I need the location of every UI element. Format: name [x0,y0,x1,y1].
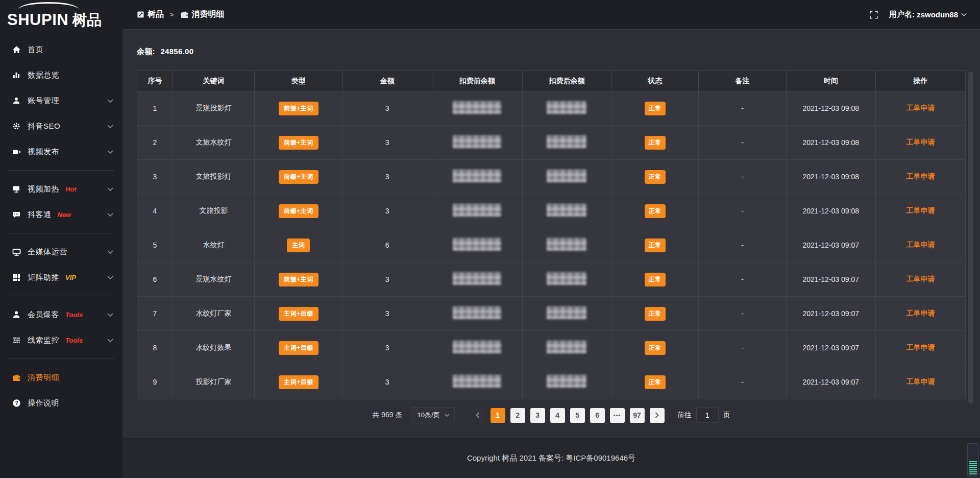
chat-icon [11,210,21,219]
chevron-down-icon [107,313,113,317]
time-cell: 2021-12-03 09:07 [786,365,875,399]
brand-logo[interactable]: SHUPIN 树品 [0,0,122,32]
gear-icon [11,122,21,130]
sidebar-item-label: 线索监控 [28,336,59,345]
sidebar-item-data-overview[interactable]: 数据总览 [0,62,122,88]
prev-page-button[interactable] [471,408,485,423]
note-cell: - [699,126,786,160]
page-button-5[interactable]: 5 [570,408,585,423]
type-cell: 前缀+主词 [255,262,342,297]
status-cell: 正常 [611,365,699,399]
sidebar-item-operation-instructions[interactable]: ?操作说明 [0,390,122,416]
note-cell: - [699,228,786,262]
page-button-2[interactable]: 2 [510,408,525,423]
pre-balance-cell [432,194,522,228]
breadcrumb: 树品>消费明细 [137,9,225,20]
amount-cell: 3 [342,297,432,331]
table-row: 9投影灯厂家主词+后缀3正常-2021-12-03 09:07工单申请 [137,365,966,399]
post-balance-cell [522,160,611,194]
blurred-value [547,204,586,217]
sidebar-item-label: 全媒体运营 [28,247,67,257]
type-badge: 主词+后缀 [279,375,318,389]
user-menu[interactable]: 用户名: zswodun88 [889,10,967,19]
balance-value: 24856.00 [160,47,193,56]
blurred-value [453,341,501,353]
column-header: 关键词 [173,71,255,91]
logo-text-cn: 树品 [72,13,102,28]
work-order-link[interactable]: 工单申请 [906,138,935,146]
sidebar-item-account-management[interactable]: 账号管理 [0,88,122,113]
page-size-select[interactable]: 10条/页 [411,407,455,423]
type-cell: 前缀+主词 [255,194,342,228]
sidebar-item-member-baoke[interactable]: 会员爆客Tools [0,302,122,327]
type-cell: 主词 [255,228,342,262]
amount-cell: 3 [342,91,432,126]
action-cell: 工单申请 [875,262,965,297]
corner-widget [967,443,979,477]
consumption-table: 序号关键词类型金额扣费前余额扣费后余额状态备注时间操作 1景观投影灯前缀+主词3… [137,70,966,399]
amount-cell: 3 [342,160,432,194]
monitor-icon [11,248,21,256]
work-order-link[interactable]: 工单申请 [906,104,935,112]
action-cell: 工单申请 [875,228,965,262]
type-cell: 前缀+主词 [255,126,342,160]
goto-page-input[interactable] [696,408,719,423]
column-header: 备注 [699,71,786,91]
page-button-4[interactable]: 4 [550,408,565,423]
blurred-value [453,306,501,319]
blurred-value [547,170,586,182]
corner-widget-stripes [969,461,977,474]
work-order-link[interactable]: 工单申请 [906,172,935,180]
action-cell: 工单申请 [875,331,965,365]
breadcrumb-item[interactable]: 树品 [137,9,164,20]
time-cell: 2021-12-03 09:08 [786,194,875,228]
fullscreen-icon[interactable] [870,11,878,19]
next-page-button[interactable] [650,408,665,423]
more-pages-button[interactable]: ••• [610,408,625,423]
username: zswodun88 [917,10,958,19]
column-header: 类型 [255,71,342,91]
blurred-value [453,135,501,148]
index-cell: 3 [137,160,173,194]
sidebar-item-douketong[interactable]: 抖客通New [0,202,122,227]
sidebar-item-all-media-operation[interactable]: 全媒体运营 [0,239,122,265]
keyword-cell: 投影灯厂家 [173,365,255,399]
work-order-link[interactable]: 工单申请 [906,377,935,386]
work-order-link[interactable]: 工单申请 [906,241,935,249]
work-order-link[interactable]: 工单申请 [906,206,935,214]
scrollbar[interactable] [968,71,973,403]
index-cell: 1 [137,91,173,126]
time-cell: 2021-12-03 09:07 [786,331,875,365]
sidebar-item-video-publish[interactable]: 视频发布 [0,139,122,164]
user-icon [11,97,21,105]
sidebar-item-home[interactable]: 首页 [0,37,122,62]
sidebar-item-douyin-seo[interactable]: 抖音SEO [0,113,122,139]
sidebar-item-video-heating[interactable]: 视频加热Hot [0,176,122,202]
sidebar-item-matrix-boost[interactable]: 矩阵助推VIP [0,265,122,290]
sidebar-item-label: 会员爆客 [28,310,59,320]
blurred-value [453,170,501,182]
post-balance-cell [522,91,611,126]
display-icon [11,185,21,193]
work-order-link[interactable]: 工单申请 [906,275,935,283]
sidebar-item-label: 视频发布 [28,147,59,157]
keyword-cell: 文旅投影灯 [173,160,255,194]
page-button-3[interactable]: 3 [530,408,545,423]
note-cell: - [699,365,786,399]
sidebar-item-clue-monitoring[interactable]: 线索监控Tools [0,327,122,353]
page-button-97[interactable]: 97 [630,408,645,423]
action-cell: 工单申请 [875,297,965,331]
blurred-value [453,375,501,388]
work-order-link[interactable]: 工单申请 [906,309,935,317]
table-header-row: 序号关键词类型金额扣费前余额扣费后余额状态备注时间操作 [137,71,966,91]
post-balance-cell [522,228,611,262]
page-button-6[interactable]: 6 [590,408,605,423]
breadcrumb-item[interactable]: 消费明细 [180,9,225,20]
table-row: 1景观投影灯前缀+主词3正常-2021-12-03 09:08工单申请 [137,91,966,126]
type-cell: 前缀+主词 [255,160,342,194]
footer: Copyright 树品 2021 备案号: 粤ICP备09019646号 [122,438,980,478]
work-order-link[interactable]: 工单申请 [906,343,935,351]
sidebar-item-consumption-details[interactable]: 消费明细 [0,365,122,390]
column-header: 金额 [342,71,432,91]
page-button-1[interactable]: 1 [491,408,505,423]
